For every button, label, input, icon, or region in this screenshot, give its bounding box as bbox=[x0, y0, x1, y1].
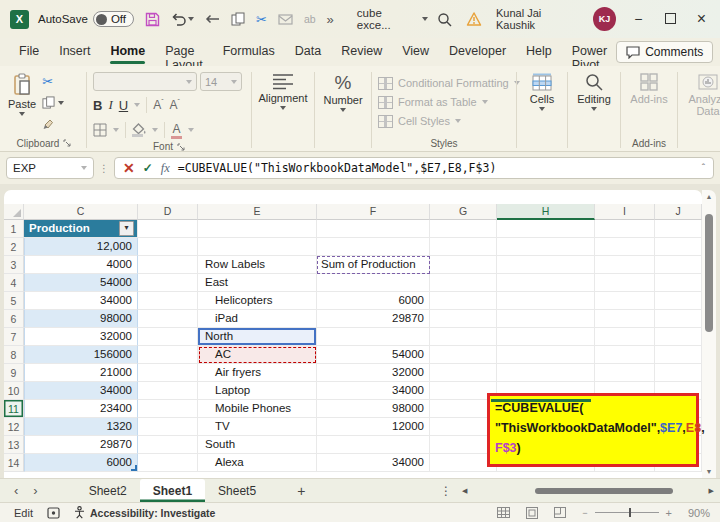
search-icon[interactable] bbox=[437, 12, 452, 27]
font-size-combo[interactable]: 14 bbox=[200, 72, 242, 91]
clipboard-dialog-launcher-icon[interactable] bbox=[63, 139, 71, 147]
sheet-tab-sheet1[interactable]: Sheet1 bbox=[140, 479, 205, 502]
cell-J9[interactable] bbox=[655, 364, 702, 382]
cell-C12[interactable]: 1320 bbox=[24, 418, 138, 436]
cell-I9[interactable] bbox=[595, 364, 655, 382]
accessibility-status[interactable]: Accessibility: Investigate bbox=[74, 506, 215, 519]
cut-icon[interactable]: ✂ bbox=[256, 13, 267, 26]
cell-H9[interactable] bbox=[497, 364, 595, 382]
cell-J2[interactable] bbox=[655, 238, 702, 256]
scroll-right-icon[interactable]: ▶ bbox=[709, 487, 714, 495]
formula-text[interactable]: =CUBEVALUE("ThisWorkbookDataModel",$E7,E… bbox=[178, 161, 497, 175]
cell-E8[interactable]: AC bbox=[198, 346, 317, 364]
shrink-font-button[interactable]: Aˇ bbox=[169, 98, 179, 112]
row-header-13[interactable]: 13 bbox=[4, 436, 24, 454]
cell-H7[interactable] bbox=[497, 328, 595, 346]
insert-function-icon[interactable]: fx bbox=[161, 161, 170, 176]
cell-E4[interactable]: East bbox=[198, 274, 317, 292]
cell-E3[interactable]: Row Labels bbox=[198, 256, 317, 274]
zoom-out-icon[interactable]: − bbox=[582, 508, 587, 518]
cell-I6[interactable] bbox=[595, 310, 655, 328]
close-button[interactable]: × bbox=[693, 10, 710, 28]
conditional-formatting-button[interactable]: Conditional Formatting bbox=[378, 74, 514, 93]
column-header-G[interactable]: G bbox=[430, 204, 497, 220]
cell-D3[interactable] bbox=[138, 256, 198, 274]
cell-E1[interactable] bbox=[198, 220, 317, 238]
borders-button[interactable] bbox=[93, 123, 107, 137]
font-dialog-launcher-icon[interactable] bbox=[177, 143, 185, 151]
redo-icon[interactable] bbox=[205, 14, 220, 24]
row-header-2[interactable]: 2 bbox=[4, 238, 24, 256]
cell-J7[interactable] bbox=[655, 328, 702, 346]
cell-G4[interactable] bbox=[430, 274, 497, 292]
tab-review[interactable]: Review bbox=[332, 40, 391, 64]
column-header-D[interactable]: D bbox=[138, 204, 198, 220]
enter-check-icon[interactable]: ✓ bbox=[143, 161, 153, 175]
cells-button[interactable]: Cells bbox=[526, 69, 558, 151]
select-all-button[interactable] bbox=[4, 204, 24, 220]
cell-F10[interactable]: 34000 bbox=[317, 382, 430, 400]
cell-C14[interactable]: 6000 bbox=[24, 454, 138, 472]
zoom-in-icon[interactable]: + bbox=[666, 507, 672, 519]
tab-developer[interactable]: Developer bbox=[440, 40, 515, 64]
cell-J1[interactable] bbox=[655, 220, 702, 238]
cell-I7[interactable] bbox=[595, 328, 655, 346]
user-name[interactable]: Kunal Jai Kaushik bbox=[496, 7, 579, 31]
cell-D14[interactable] bbox=[138, 454, 198, 472]
cell-D2[interactable] bbox=[138, 238, 198, 256]
tab-home[interactable]: Home bbox=[101, 40, 154, 64]
tab-power-pivot[interactable]: Power Pivot bbox=[563, 40, 616, 64]
tab-data[interactable]: Data bbox=[286, 40, 330, 64]
cell-F13[interactable] bbox=[317, 436, 430, 454]
excel-logo-icon[interactable]: X bbox=[10, 10, 29, 29]
cell-D11[interactable] bbox=[138, 400, 198, 418]
row-header-14[interactable]: 14 bbox=[4, 454, 24, 472]
vertical-scroll-thumb[interactable] bbox=[705, 214, 713, 332]
cell-D6[interactable] bbox=[138, 310, 198, 328]
page-break-view-icon[interactable] bbox=[554, 507, 566, 518]
cell-E5[interactable]: Helicopters bbox=[198, 292, 317, 310]
cell-H4[interactable] bbox=[497, 274, 595, 292]
cell-F11[interactable]: 98000 bbox=[317, 400, 430, 418]
cell-D10[interactable] bbox=[138, 382, 198, 400]
horizontal-scrollbar[interactable]: ◀ ▶ bbox=[462, 485, 714, 497]
row-header-8[interactable]: 8 bbox=[4, 346, 24, 364]
cell-C1[interactable]: Production▾ bbox=[24, 220, 138, 238]
cell-F2[interactable] bbox=[317, 238, 430, 256]
cell-F9[interactable]: 32000 bbox=[317, 364, 430, 382]
cell-E9[interactable]: Air fryers bbox=[198, 364, 317, 382]
column-header-F[interactable]: F bbox=[317, 204, 430, 220]
cell-F6[interactable]: 29870 bbox=[317, 310, 430, 328]
page-layout-view-icon[interactable] bbox=[526, 507, 538, 519]
cell-J8[interactable] bbox=[655, 346, 702, 364]
tab-insert[interactable]: Insert bbox=[50, 40, 99, 64]
cell-H8[interactable] bbox=[497, 346, 595, 364]
zoom-slider[interactable]: − + bbox=[582, 507, 672, 519]
save-icon[interactable] bbox=[145, 12, 160, 27]
editing-button[interactable]: Editing bbox=[573, 69, 615, 151]
cell-E6[interactable]: iPad bbox=[198, 310, 317, 328]
document-title[interactable]: cube exce... bbox=[357, 7, 428, 31]
cell-styles-button[interactable]: Cell Styles bbox=[378, 112, 514, 131]
column-header-H[interactable]: H bbox=[497, 204, 595, 220]
cell-C10[interactable]: 34000 bbox=[24, 382, 138, 400]
number-button[interactable]: % Number bbox=[319, 69, 366, 151]
cell-F4[interactable] bbox=[317, 274, 430, 292]
cell-C8[interactable]: 156000 bbox=[24, 346, 138, 364]
cell-F5[interactable]: 6000 bbox=[317, 292, 430, 310]
warning-icon[interactable] bbox=[466, 12, 482, 26]
row-header-1[interactable]: 1 bbox=[4, 220, 24, 238]
row-header-5[interactable]: 5 bbox=[4, 292, 24, 310]
cell-D8[interactable] bbox=[138, 346, 198, 364]
cell-F12[interactable]: 12000 bbox=[317, 418, 430, 436]
tab-view[interactable]: View bbox=[393, 40, 438, 64]
copy-icon[interactable] bbox=[231, 12, 245, 26]
scroll-up-icon[interactable]: ▲ bbox=[702, 193, 716, 200]
font-name-combo[interactable] bbox=[93, 72, 197, 91]
cell-G1[interactable] bbox=[430, 220, 497, 238]
new-sheet-button[interactable]: + bbox=[283, 479, 319, 502]
cell-H1[interactable] bbox=[497, 220, 595, 238]
prev-sheet-icon[interactable]: ‹ bbox=[14, 483, 18, 498]
cell-F14[interactable]: 34000 bbox=[317, 454, 430, 472]
filter-icon[interactable]: ▾ bbox=[119, 221, 134, 236]
